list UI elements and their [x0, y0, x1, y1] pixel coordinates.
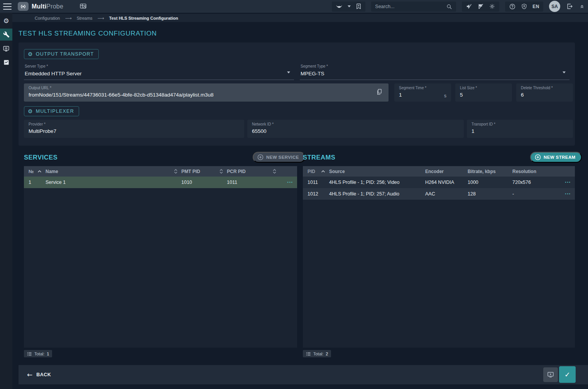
breadcrumb-arrow-icon: ⟶	[98, 15, 104, 21]
header-num[interactable]: №	[24, 169, 46, 174]
field-label: Segment Time *	[399, 86, 447, 90]
sort-asc-icon	[37, 170, 42, 173]
sidebar-item-analytics[interactable]	[0, 56, 12, 68]
header-encoder[interactable]: Encoder	[425, 169, 468, 174]
server-type-select[interactable]: Server Type * Embedded HTTP Server	[24, 62, 294, 80]
bird-logo-icon[interactable]	[336, 4, 343, 9]
sidebar: ⚙	[0, 13, 12, 389]
segment-type-select[interactable]: Segment Type * MPEG-TS	[300, 62, 569, 80]
security-shield-icon[interactable]	[521, 3, 527, 10]
table-row[interactable]: 1 Service 1 1010 1011 •••	[24, 177, 297, 188]
header-source[interactable]: Source	[329, 169, 425, 174]
sidebar-item-settings[interactable]: ⚙	[0, 15, 12, 27]
flag-disabled-icon[interactable]	[477, 3, 484, 10]
hamburger-menu-icon[interactable]	[3, 3, 12, 10]
streams-table-header: PID Source Encoder Bitrate, kbps Resolut…	[303, 166, 575, 177]
header-pmt-pid[interactable]: PMT PID	[181, 169, 227, 174]
plus-circle-icon	[535, 154, 541, 160]
wrench-icon	[3, 31, 10, 38]
total-value: 1	[47, 352, 49, 356]
sort-icons	[220, 169, 223, 174]
back-arrow-icon: ←	[27, 371, 32, 379]
header-pcr-pid[interactable]: PCR PID	[227, 169, 280, 174]
section-multiplexer: ⚙ MULTIPLEXER	[24, 106, 79, 116]
new-stream-button[interactable]: NEW STREAM	[530, 152, 582, 163]
provider-field[interactable]: Provider * MultiProbe7	[24, 120, 244, 138]
services-title: SERVICES	[24, 154, 57, 161]
monitor-eye-icon	[3, 45, 10, 52]
sound-muted-icon[interactable]	[466, 3, 472, 10]
help-icon[interactable]	[509, 3, 516, 10]
table-row[interactable]: 1011 4HLS Profile - 1; PID: 256; Video H…	[303, 177, 575, 188]
section-label: OUTPUT TRANSPORT	[36, 51, 94, 57]
field-label: Output URL *	[29, 86, 385, 90]
list-icon	[306, 352, 311, 356]
sidebar-item-monitoring[interactable]	[0, 42, 12, 54]
field-value: 65500	[252, 128, 460, 134]
copy-icon[interactable]	[376, 88, 382, 95]
search-box	[371, 2, 456, 12]
network-id-field[interactable]: Network ID * 65500	[247, 120, 464, 138]
search-input[interactable]	[375, 4, 446, 9]
page-title: TEST HLS STREAMING CONFIGURATION	[19, 30, 157, 37]
preview-button[interactable]	[543, 367, 558, 382]
section-label: MULTIPLEXER	[36, 109, 74, 114]
breadcrumb: Configuration ⟶ Streams ⟶ Test HLS Strea…	[12, 14, 588, 22]
gear-icon: ⚙	[3, 17, 9, 25]
bookmark-add-icon[interactable]	[356, 3, 362, 10]
header-bitrate[interactable]: Bitrate, kbps	[468, 169, 512, 174]
breadcrumb-streams[interactable]: Streams	[77, 16, 93, 20]
gear-badge-icon: ⚙	[28, 108, 33, 114]
row-menu-button[interactable]: •••	[558, 192, 575, 196]
field-label: Delete Threshold *	[521, 86, 569, 90]
section-output-transport: ⚙ OUTPUT TRANSPORT	[24, 49, 99, 59]
breadcrumb-configuration[interactable]: Configuration	[35, 16, 60, 20]
monitor-play-icon	[547, 371, 554, 379]
chevron-down-icon[interactable]	[348, 5, 351, 7]
new-service-button[interactable]: NEW SERVICE	[253, 152, 305, 163]
node-grid-icon[interactable]	[79, 3, 87, 10]
header-pid[interactable]: PID	[303, 169, 329, 174]
services-table-header: № Name PMT PID PCR PID	[24, 166, 297, 177]
header-name[interactable]: Name	[46, 169, 181, 174]
back-button[interactable]: ← BACK	[27, 371, 51, 379]
field-value: MultiProbe7	[29, 128, 240, 134]
row-menu-button[interactable]: •••	[558, 180, 575, 184]
segment-time-field[interactable]: Segment Time * 1 s	[394, 83, 451, 102]
sidebar-item-configuration[interactable]	[0, 29, 12, 41]
field-label: Transport ID *	[471, 122, 569, 126]
field-label: Provider *	[29, 122, 240, 126]
list-size-field[interactable]: List Size * 5	[455, 83, 512, 102]
streams-table: PID Source Encoder Bitrate, kbps Resolut…	[303, 166, 575, 348]
confirm-button[interactable]: ✓	[559, 366, 576, 383]
field-value: MPEG-TS	[301, 71, 569, 76]
streams-total: Total: 2	[303, 350, 331, 357]
logout-icon[interactable]	[566, 3, 573, 10]
chevron-down-icon	[287, 71, 290, 73]
field-value: fromNode/151/Streams/44736031-66e5-4bfe-…	[29, 92, 385, 98]
collapse-up-icon[interactable]	[579, 3, 585, 9]
table-row[interactable]: 1012 4HLS Profile - 1; PID: 257; Audio A…	[303, 188, 575, 200]
brightness-icon[interactable]	[489, 3, 495, 10]
button-label: NEW SERVICE	[266, 155, 299, 160]
services-table: № Name PMT PID PCR PID 1	[24, 166, 297, 348]
row-menu-button[interactable]: •••	[280, 180, 297, 184]
streams-title: STREAMS	[303, 154, 335, 161]
camera-lens-icon	[19, 3, 27, 10]
language-selector[interactable]: EN	[532, 4, 539, 9]
back-label: BACK	[36, 372, 51, 377]
check-icon: ✓	[564, 370, 570, 379]
header-resolution[interactable]: Resolution	[512, 169, 558, 174]
delete-threshold-field[interactable]: Delete Threshold * 6	[516, 83, 573, 102]
avatar[interactable]: SA	[549, 1, 560, 12]
sort-asc-icon	[321, 170, 325, 173]
field-label: Server Type *	[25, 64, 293, 68]
transport-id-field[interactable]: Transport ID * 1	[467, 120, 573, 138]
output-url-field[interactable]: Output URL * fromNode/151/Streams/447360…	[24, 83, 389, 102]
total-label: Total:	[34, 352, 44, 356]
list-icon	[27, 352, 32, 356]
sort-icons	[174, 169, 177, 174]
search-icon[interactable]	[446, 3, 452, 10]
field-value: Embedded HTTP Server	[25, 71, 293, 76]
breadcrumb-arrow-icon: ⟶	[65, 15, 71, 21]
